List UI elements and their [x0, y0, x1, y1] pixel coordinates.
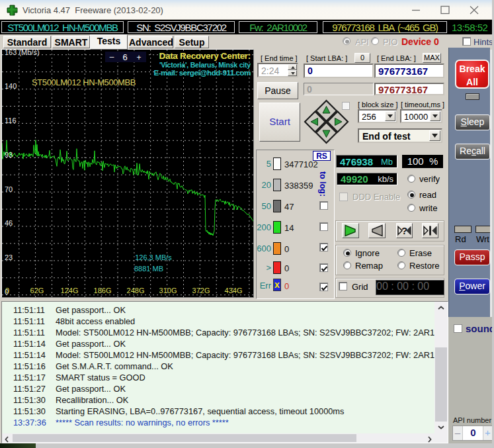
svg-text:23: 23	[5, 253, 13, 261]
svg-text:93: 93	[5, 151, 13, 159]
svg-text:Data Recovery Center:: Data Recovery Center:	[159, 51, 251, 61]
svg-text:E-mail: sergei@hdd-911.com: E-mail: sergei@hdd-911.com	[153, 69, 251, 77]
svg-text:?: ?	[401, 225, 407, 236]
svg-text:116: 116	[5, 116, 17, 124]
svg-text:46: 46	[5, 219, 13, 227]
svg-text:6: 6	[122, 52, 127, 62]
svg-text:'Victoria', Belarus, Minsk cit: 'Victoria', Belarus, Minsk city	[159, 61, 251, 69]
svg-text:+: +	[136, 53, 141, 62]
svg-text:8881 MB: 8881 MB	[134, 265, 163, 273]
svg-text:163 (Mb/s): 163 (Mb/s)	[5, 50, 40, 56]
svg-text:140: 140	[5, 82, 17, 90]
svg-text:124G: 124G	[61, 287, 79, 294]
svg-text:186G: 186G	[94, 287, 112, 294]
svg-text:ST500LM012 HN-M500MBB: ST500LM012 HN-M500MBB	[32, 77, 136, 87]
svg-text:62G: 62G	[30, 287, 44, 294]
svg-text:372G: 372G	[192, 287, 210, 294]
svg-text:0: 0	[5, 287, 9, 294]
svg-text:70: 70	[5, 185, 13, 193]
svg-text:248G: 248G	[127, 287, 145, 294]
svg-text:434G: 434G	[225, 287, 243, 294]
svg-text:126,3 MB/s: 126,3 MB/s	[135, 253, 172, 261]
svg-text:310G: 310G	[159, 287, 177, 294]
svg-text:–: –	[110, 52, 114, 62]
